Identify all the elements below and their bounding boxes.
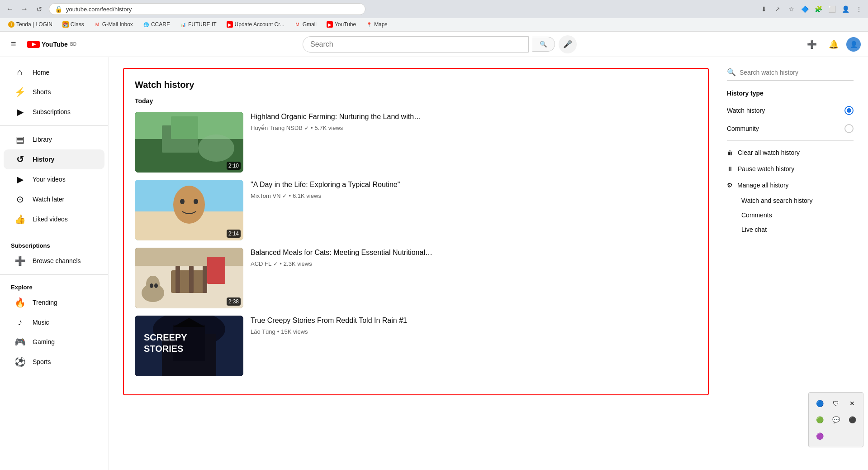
sidebar-item-trending[interactable]: 🔥 Trending — [4, 293, 104, 312]
video-thumbnail-1: 2:10 — [135, 112, 243, 173]
video-item-4[interactable]: SCREEPY STORIES True Creepy Stories From… — [135, 316, 697, 376]
comments-link[interactable]: Comments — [727, 208, 854, 222]
bookmark-class[interactable]: 📚 Class — [59, 20, 88, 29]
svg-point-13 — [194, 199, 198, 204]
star-icon[interactable]: ☆ — [786, 4, 797, 14]
bookmark-ccare-label: CCARE — [151, 21, 170, 28]
radio-community[interactable]: Community — [727, 122, 854, 135]
clear-history-button[interactable]: 🗑 Clear all watch history — [727, 144, 854, 161]
radio-community-circle — [844, 124, 854, 133]
video-views-count-4: 15K views — [281, 328, 308, 335]
sidebar-item-history[interactable]: ↺ History — [4, 149, 104, 169]
bookmark-future-it-label: FUTURE IT — [188, 21, 217, 28]
svg-rect-32 — [173, 325, 205, 361]
notifications-button[interactable]: 🔔 — [825, 35, 843, 53]
radio-watch-history[interactable]: Watch history — [727, 104, 854, 117]
sidebar-item-library[interactable]: ▤ Library — [4, 129, 104, 149]
sidebar-item-liked[interactable]: 👍 Liked videos — [4, 209, 104, 229]
panel-divider-1 — [727, 140, 854, 141]
manage-history-button[interactable]: ⚙ Manage all history — [727, 177, 854, 193]
bookmark-update[interactable]: ▶ Update Account Cr... — [223, 20, 288, 29]
tray-green-icon[interactable]: 🟢 — [812, 412, 827, 427]
tray-dark-icon[interactable]: ⚫ — [845, 412, 859, 427]
sidebar-divider-2 — [0, 233, 108, 233]
sidebar-item-your-videos[interactable]: ▶ Your videos — [4, 169, 104, 189]
shorts-icon: ⚡ — [14, 86, 25, 97]
tray-bluetooth-icon[interactable]: 🔵 — [812, 396, 827, 411]
sidebar-item-gaming[interactable]: 🎮 Gaming — [4, 332, 104, 352]
search-input[interactable] — [310, 40, 521, 48]
profile-icon[interactable]: 👤 — [840, 4, 851, 14]
bookmark-future-it[interactable]: 📊 FUTURE IT — [176, 20, 220, 29]
video-duration-2: 2:14 — [227, 230, 241, 238]
video-title-2: "A Day in the Life: Exploring a Typical … — [251, 180, 697, 190]
pause-history-button[interactable]: ⏸ Pause watch history — [727, 161, 854, 177]
main-content: Watch history Today — [109, 57, 868, 470]
video-item-2[interactable]: 2:14 "A Day in the Life: Exploring a Typ… — [135, 180, 697, 240]
youtube-logo[interactable]: YouTube BD — [27, 40, 76, 49]
library-icon: ▤ — [14, 134, 25, 145]
sidebar-item-browse-channels[interactable]: ➕ Browse channels — [4, 251, 104, 271]
system-tray-popup: 🔵 🛡 ✕ 🟢 💬 ⚫ 🟣 — [808, 392, 863, 447]
refresh-button[interactable]: ↺ — [33, 3, 45, 15]
mic-icon: 🎤 — [563, 40, 572, 48]
browser-actions: ⬇ ↗ ☆ 🔷 🧩 ⬜ 👤 ⋮ — [759, 4, 864, 14]
bookmark-gmail[interactable]: M G-Mail Inbox — [90, 20, 137, 29]
youtube-logo-country: BD — [70, 42, 76, 47]
tray-purple-icon[interactable]: 🟣 — [812, 429, 827, 443]
voice-search-button[interactable]: 🎤 — [559, 35, 577, 53]
sidebar-item-shorts[interactable]: ⚡ Shorts — [4, 82, 104, 102]
browser-titlebar: ← → ↺ 🔒 youtube.com/feed/history ⬇ ↗ ☆ 🔷… — [0, 0, 868, 18]
extension2-icon[interactable]: 🧩 — [813, 4, 824, 14]
trash-icon: 🗑 — [727, 149, 733, 156]
svg-rect-27 — [207, 257, 225, 284]
address-bar[interactable]: 🔒 youtube.com/feed/history — [49, 3, 365, 15]
video-item-1[interactable]: 2:10 Highland Organic Farming: Nurturing… — [135, 112, 697, 173]
tray-chat-icon[interactable]: 💬 — [829, 412, 843, 427]
video-views-count-1: 5.7K views — [315, 125, 343, 131]
menu-icon[interactable]: ⋮ — [854, 4, 864, 14]
search-history-box[interactable]: 🔍 — [727, 68, 854, 81]
sidebar-item-subscriptions[interactable]: ▶ Subscriptions — [4, 102, 104, 122]
bookmark-gmail2[interactable]: M Gmail — [291, 20, 320, 29]
back-button[interactable]: ← — [4, 3, 16, 15]
user-avatar[interactable]: 👤 — [846, 37, 861, 52]
hamburger-menu-button[interactable]: ☰ — [7, 37, 20, 51]
search-bar[interactable] — [303, 36, 529, 53]
youtube-body: ⌂ Home ⚡ Shorts ▶ Subscriptions ▤ Librar… — [0, 57, 868, 470]
live-chat-link[interactable]: Live chat — [727, 222, 854, 237]
watch-and-search-history-link[interactable]: Watch and search history — [727, 193, 854, 208]
tray-close-icon[interactable]: ✕ — [845, 396, 859, 411]
download-icon[interactable]: ⬇ — [759, 4, 769, 14]
share-icon[interactable]: ↗ — [772, 4, 783, 14]
tray-shield-icon[interactable]: 🛡 — [829, 396, 843, 411]
sidebar-your-videos-label: Your videos — [33, 176, 66, 183]
bookmark-ccare[interactable]: 🌐 CCARE — [139, 20, 174, 29]
bookmark-tenda[interactable]: T Tenda | LOGIN — [5, 20, 56, 29]
home-icon: ⌂ — [14, 67, 25, 77]
svg-rect-16 — [135, 248, 243, 266]
history-panel: 🔍 History type Watch history Co — [727, 68, 854, 395]
bookmark-youtube[interactable]: ▶ YouTube — [323, 20, 360, 29]
address-text: youtube.com/feed/history — [66, 6, 360, 13]
avatar-image: 👤 — [850, 41, 858, 48]
search-history-input[interactable] — [740, 69, 854, 76]
verified-icon-2: ✓ — [282, 193, 287, 199]
gaming-icon: 🎮 — [14, 336, 25, 347]
create-button[interactable]: ➕ — [803, 35, 821, 53]
forward-button[interactable]: → — [18, 3, 31, 15]
window-icon[interactable]: ⬜ — [826, 4, 837, 14]
search-button[interactable]: 🔍 — [532, 37, 555, 52]
video-item-3[interactable]: 2:38 Balanced Meals for Cats: Meeting Es… — [135, 248, 697, 308]
sidebar-item-music[interactable]: ♪ Music — [4, 312, 104, 332]
trending-icon: 🔥 — [14, 297, 25, 308]
sidebar-item-sports[interactable]: ⚽ Sports — [4, 352, 104, 372]
sidebar-history-label: History — [33, 156, 54, 163]
search-icon: 🔍 — [540, 41, 547, 48]
sidebar-item-watch-later[interactable]: ⊙ Watch later — [4, 189, 104, 209]
video-title-3: Balanced Meals for Cats: Meeting Essenti… — [251, 248, 697, 258]
bell-icon: 🔔 — [829, 39, 839, 49]
sidebar-item-home[interactable]: ⌂ Home — [4, 62, 104, 82]
extension1-icon[interactable]: 🔷 — [799, 4, 810, 14]
bookmark-maps[interactable]: 📍 Maps — [362, 20, 391, 29]
